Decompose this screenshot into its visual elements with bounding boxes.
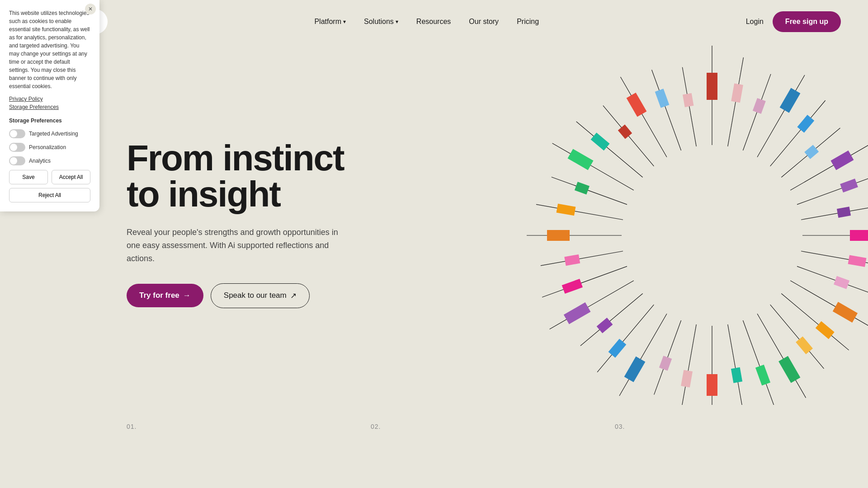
nav-our-story[interactable]: Our story bbox=[469, 18, 499, 26]
svg-rect-40 bbox=[681, 370, 693, 388]
svg-line-57 bbox=[536, 204, 623, 220]
svg-line-67 bbox=[621, 77, 667, 157]
svg-rect-62 bbox=[567, 149, 593, 170]
bottom-item-2: 02. bbox=[371, 423, 597, 430]
svg-rect-56 bbox=[547, 230, 570, 241]
svg-line-27 bbox=[781, 294, 849, 350]
nav-actions: Login Free sign up bbox=[746, 11, 841, 32]
svg-rect-48 bbox=[597, 318, 613, 333]
hero-section: THE LEADER'S From instinct to insight Re… bbox=[0, 43, 868, 405]
svg-rect-70 bbox=[655, 89, 670, 108]
analytics-toggle-row: Analytics bbox=[9, 156, 90, 165]
svg-rect-24 bbox=[834, 276, 849, 289]
svg-line-47 bbox=[580, 294, 643, 346]
svg-rect-20 bbox=[850, 230, 868, 241]
cookie-close-button[interactable]: ✕ bbox=[85, 4, 96, 14]
hero-subtitle: Reveal your people's strengths and growt… bbox=[127, 226, 344, 265]
svg-rect-10 bbox=[797, 115, 814, 133]
svg-rect-66 bbox=[618, 125, 632, 139]
free-signup-button[interactable]: Free sign up bbox=[773, 11, 841, 32]
svg-rect-14 bbox=[830, 150, 854, 170]
svg-rect-2 bbox=[707, 73, 717, 100]
bottom-item-number-1: 01. bbox=[127, 423, 353, 430]
svg-line-33 bbox=[743, 320, 774, 405]
storage-preferences-link[interactable]: Storage Preferences bbox=[9, 104, 90, 110]
svg-rect-60 bbox=[575, 182, 590, 194]
targeted-advertising-toggle-row: Targeted Advertising bbox=[9, 129, 90, 138]
personalization-label: Personalization bbox=[29, 144, 66, 150]
svg-rect-26 bbox=[833, 302, 858, 323]
svg-rect-38 bbox=[707, 374, 717, 396]
try-free-button[interactable]: Try for free → bbox=[127, 284, 203, 307]
svg-rect-22 bbox=[848, 255, 867, 267]
bottom-item-1: 01. bbox=[127, 423, 353, 430]
svg-line-17 bbox=[801, 206, 868, 220]
svg-line-31 bbox=[757, 314, 806, 398]
svg-line-61 bbox=[552, 143, 634, 190]
svg-rect-34 bbox=[755, 365, 770, 385]
svg-line-71 bbox=[682, 67, 696, 146]
svg-rect-36 bbox=[731, 367, 742, 383]
radial-chart-svg bbox=[520, 43, 868, 405]
svg-rect-68 bbox=[627, 93, 647, 117]
svg-line-43 bbox=[619, 314, 667, 396]
svg-point-73 bbox=[622, 145, 802, 326]
svg-rect-8 bbox=[780, 88, 801, 113]
svg-rect-16 bbox=[840, 178, 858, 192]
storage-preferences-title: Storage Preferences bbox=[9, 117, 90, 124]
svg-rect-6 bbox=[753, 98, 766, 114]
svg-rect-4 bbox=[731, 83, 743, 103]
svg-rect-72 bbox=[683, 93, 694, 107]
bottom-item-number-2: 02. bbox=[371, 423, 597, 430]
targeted-advertising-label: Targeted Advertising bbox=[29, 131, 78, 137]
speak-to-team-button[interactable]: Speak to our team ↗ bbox=[211, 283, 310, 308]
svg-rect-42 bbox=[659, 356, 672, 371]
svg-rect-52 bbox=[562, 279, 583, 294]
svg-line-59 bbox=[552, 177, 627, 205]
svg-line-51 bbox=[542, 266, 627, 297]
bottom-preview: 01. 02. 03. bbox=[0, 405, 868, 430]
nav-resources[interactable]: Resources bbox=[416, 18, 451, 26]
cookie-banner-text: This website utilizes technologies such … bbox=[9, 9, 90, 90]
svg-line-49 bbox=[550, 281, 634, 329]
svg-rect-12 bbox=[804, 145, 819, 159]
analytics-toggle[interactable] bbox=[9, 156, 25, 165]
svg-line-53 bbox=[541, 251, 623, 266]
privacy-policy-link[interactable]: Privacy Policy bbox=[9, 96, 90, 102]
personalization-toggle[interactable] bbox=[9, 143, 25, 152]
targeted-advertising-toggle[interactable] bbox=[9, 129, 25, 138]
hero-buttons: Try for free → Speak to our team ↗ bbox=[127, 283, 398, 308]
hero-title: From instinct to insight bbox=[127, 140, 398, 212]
svg-line-39 bbox=[681, 324, 696, 405]
login-button[interactable]: Login bbox=[746, 18, 764, 26]
nav-links: Platform Solutions Resources Our story P… bbox=[314, 18, 539, 26]
svg-line-15 bbox=[797, 175, 868, 205]
radial-chart bbox=[520, 43, 868, 405]
nav-solutions[interactable]: Solutions bbox=[364, 18, 398, 26]
svg-rect-64 bbox=[591, 133, 610, 151]
save-button[interactable]: Save bbox=[9, 170, 48, 184]
svg-line-29 bbox=[770, 305, 824, 369]
svg-rect-30 bbox=[796, 336, 813, 354]
navigation: entelechy Platform Solutions Resources O… bbox=[0, 0, 868, 43]
svg-rect-28 bbox=[816, 321, 835, 339]
cookie-banner: ✕ This website utilizes technologies suc… bbox=[0, 0, 99, 211]
svg-rect-44 bbox=[624, 357, 646, 382]
svg-rect-18 bbox=[837, 206, 851, 218]
bottom-item-number-3: 03. bbox=[615, 423, 841, 430]
svg-rect-50 bbox=[564, 302, 591, 324]
svg-line-45 bbox=[597, 305, 654, 372]
svg-line-7 bbox=[757, 75, 805, 157]
svg-line-9 bbox=[770, 100, 826, 166]
svg-rect-58 bbox=[557, 204, 576, 216]
external-link-icon: ↗ bbox=[290, 291, 297, 300]
svg-rect-46 bbox=[609, 339, 627, 358]
svg-line-23 bbox=[797, 266, 868, 294]
reject-all-button[interactable]: Reject All bbox=[9, 188, 90, 202]
hero-content: From instinct to insight Reveal your peo… bbox=[127, 140, 398, 308]
svg-line-35 bbox=[728, 324, 742, 405]
nav-pricing[interactable]: Pricing bbox=[517, 18, 539, 26]
nav-platform[interactable]: Platform bbox=[314, 18, 346, 26]
bottom-item-3: 03. bbox=[615, 423, 841, 430]
accept-all-button[interactable]: Accept All bbox=[52, 170, 90, 184]
